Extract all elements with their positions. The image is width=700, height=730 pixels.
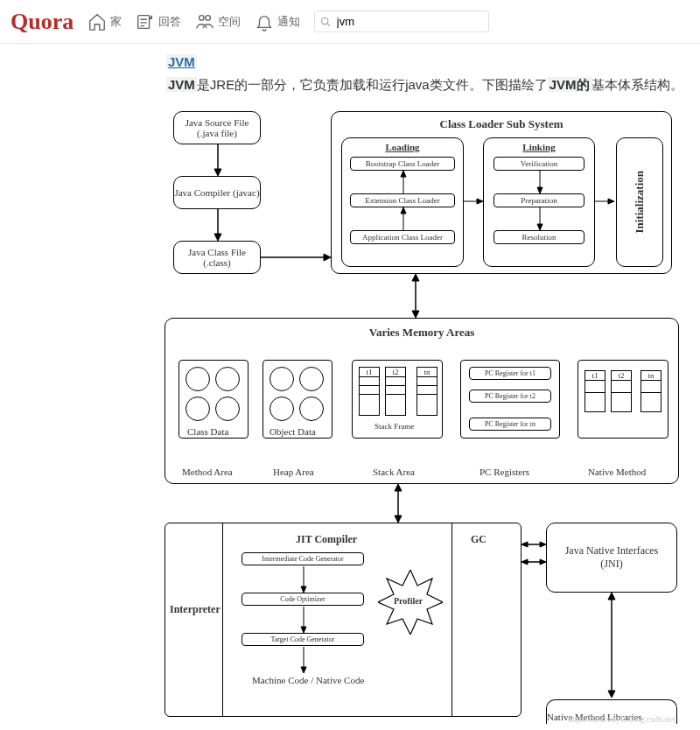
box-app: Application Class Loader xyxy=(350,230,455,244)
stack-tn: tn xyxy=(416,367,438,416)
answer-body: JVM是JRE的一部分，它负责加载和运行java类文件。下图描绘了JVM的基本体… xyxy=(166,74,700,95)
svg-marker-15 xyxy=(537,187,542,193)
box-prep: Preparation xyxy=(494,193,584,207)
native-t1: t1 xyxy=(584,370,606,412)
svg-marker-27 xyxy=(395,516,402,523)
linking-title: Linking xyxy=(522,142,555,152)
lbl-machine: Machine Code / Native Code xyxy=(252,675,364,685)
circle-5 xyxy=(270,367,294,391)
init-label: Initialization xyxy=(633,171,647,234)
svg-marker-21 xyxy=(608,199,614,204)
lbl-profiler: Profiler xyxy=(394,596,423,606)
lbl-object-data: Object Data xyxy=(270,426,316,437)
quora-logo[interactable]: Quora xyxy=(10,9,74,35)
box-icg: Intermediate Code Generator xyxy=(242,552,364,565)
search-box[interactable] xyxy=(314,11,489,32)
text-part1: 是JRE的一部分，它负责加载和运行java类文件。下图描绘了 xyxy=(197,77,548,92)
classloader-title: Class Loader Sub System xyxy=(337,117,666,131)
circle-3 xyxy=(186,397,210,421)
box-resol: Resolution xyxy=(494,230,584,244)
svg-point-2 xyxy=(206,15,211,20)
lbl-interpreter: Interpreter xyxy=(170,603,220,616)
svg-marker-11 xyxy=(401,171,406,177)
svg-marker-26 xyxy=(395,484,402,491)
nav-notify-label: 通知 xyxy=(277,14,300,30)
lbl-jit: JIT Compiler xyxy=(296,533,357,546)
circle-2 xyxy=(215,367,240,391)
svg-marker-29 xyxy=(301,586,306,593)
loading-title: Loading xyxy=(385,142,419,152)
box-source-file: Java Source File (.java file) xyxy=(173,111,261,144)
svg-marker-19 xyxy=(477,199,483,204)
circle-4 xyxy=(215,397,240,421)
svg-marker-5 xyxy=(214,169,221,176)
box-pc2: PC Register for t2 xyxy=(469,390,551,403)
lbl-class-data: Class Data xyxy=(187,426,228,437)
search-icon xyxy=(320,16,332,28)
svg-marker-37 xyxy=(540,542,546,547)
nav-home[interactable]: 家 xyxy=(88,12,122,32)
circle-7 xyxy=(270,397,294,421)
box-tcg: Target Code Generator xyxy=(242,633,364,646)
box-verif: Verification xyxy=(494,157,584,171)
native-tn: tn xyxy=(640,370,662,412)
jvm-diagram: Java Source File (.java file) Java Compi… xyxy=(164,104,681,726)
stack-t2: t2 xyxy=(385,367,406,416)
box-opt: Code Optimizer xyxy=(242,593,364,606)
mem-title: Varies Memory Areas xyxy=(369,326,475,340)
lbl-native: Native Method xyxy=(588,467,646,477)
lbl-gc: GC xyxy=(471,533,486,546)
circle-8 xyxy=(299,397,324,421)
answer-title-link[interactable]: JVM xyxy=(166,54,197,69)
lbl-method-area: Method Area xyxy=(182,467,233,477)
native-t2: t2 xyxy=(611,370,632,412)
text-part2: 基本体系结构。 xyxy=(592,77,683,92)
stack-t1: t1 xyxy=(359,367,380,416)
nav-answer[interactable]: 回答 xyxy=(136,12,181,32)
lbl-stack-area: Stack Area xyxy=(373,467,415,477)
box-boot: Bootstrap Class Loader xyxy=(350,157,455,171)
circle-1 xyxy=(186,367,210,391)
lbl-pc: PC Registers xyxy=(480,467,529,477)
svg-marker-40 xyxy=(540,559,546,565)
svg-marker-9 xyxy=(324,254,331,261)
nav-answer-label: 回答 xyxy=(158,14,181,30)
answer-icon xyxy=(136,12,155,32)
circle-6 xyxy=(299,367,324,391)
box-compiler: Java Compiler (javac) xyxy=(173,176,261,209)
svg-marker-24 xyxy=(412,311,419,318)
divider-2 xyxy=(452,523,452,717)
svg-marker-33 xyxy=(301,667,306,673)
svg-marker-23 xyxy=(412,274,419,281)
bold-jvm1: JVM xyxy=(168,77,195,92)
divider-1 xyxy=(222,523,223,717)
box-pcn: PC Register for tn xyxy=(469,418,551,431)
svg-point-3 xyxy=(322,18,328,24)
svg-marker-7 xyxy=(214,234,221,241)
box-class-file: Java Class File (.class) xyxy=(173,241,261,274)
svg-marker-13 xyxy=(401,207,406,214)
nav-spaces[interactable]: 空间 xyxy=(195,12,241,32)
bell-icon xyxy=(255,12,274,32)
top-header: Quora 家 回答 空间 通知 xyxy=(0,0,700,44)
box-ext: Extension Class Loader xyxy=(350,193,455,207)
nav-spaces-label: 空间 xyxy=(218,14,241,30)
lbl-heap-area: Heap Area xyxy=(273,467,314,477)
svg-marker-17 xyxy=(537,224,542,230)
svg-marker-42 xyxy=(608,593,615,600)
nav-home-label: 家 xyxy=(110,14,122,30)
nav-notify[interactable]: 通知 xyxy=(255,12,300,32)
box-jni: Java Native Interfaces (JNI) xyxy=(546,523,677,593)
answer-content: JVM JVM是JRE的一部分，它负责加载和运行java类文件。下图描绘了JVM… xyxy=(0,44,700,95)
lbl-stack-frame: Stack Frame xyxy=(374,422,414,431)
box-init: Initialization xyxy=(616,137,663,267)
svg-marker-36 xyxy=(522,542,528,547)
spaces-icon xyxy=(195,12,214,32)
watermark: https://linuxstyle.blog.csdn.net xyxy=(568,714,676,724)
svg-marker-31 xyxy=(301,627,306,633)
svg-marker-43 xyxy=(608,691,615,698)
box-pc1: PC Register for t1 xyxy=(469,367,551,380)
svg-marker-39 xyxy=(522,559,528,565)
home-icon xyxy=(88,12,107,32)
search-input[interactable] xyxy=(337,15,483,28)
